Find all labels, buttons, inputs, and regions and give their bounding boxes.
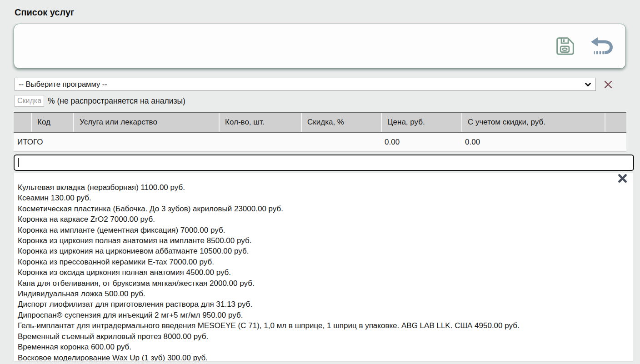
header-cell-quantity: Кол-во, шт. <box>219 113 301 132</box>
close-x-icon <box>618 177 627 184</box>
suggestion-item[interactable]: Индивидуальная ложка 500.00 руб. <box>18 289 624 299</box>
close-suggestions-button[interactable] <box>618 174 627 183</box>
discount-input[interactable] <box>15 95 44 107</box>
suggestion-item[interactable]: Диспорт лиофилизат для приготовления рас… <box>18 299 624 309</box>
suggestion-item[interactable]: Коронка из циркония на циркониевом аббат… <box>18 246 624 256</box>
clear-x-icon <box>604 84 613 90</box>
total-row: ИТОГО 0.00 0.00 <box>14 133 626 152</box>
header-cell-discount: Скидка, % <box>301 113 381 132</box>
header-cell-code: Код <box>31 113 73 132</box>
suggestion-item[interactable]: Коронка на импланте (цементная фиксация)… <box>18 225 624 235</box>
suggestion-item[interactable]: Ксеамин 130.00 руб. <box>18 193 624 203</box>
text-caret <box>18 158 19 167</box>
header-cell-empty-left <box>14 113 31 132</box>
program-select-value: -- Выберите программу -- <box>19 80 585 89</box>
undo-arrow-icon <box>591 51 614 58</box>
header-cell-price: Цена, руб. <box>381 113 461 132</box>
suggestion-item[interactable]: Коронка из оксида циркония полная анатом… <box>18 267 624 278</box>
toolbar-panel <box>14 24 626 69</box>
table-header-row: Код Услуга или лекарство Кол-во, шт. Ски… <box>14 112 626 133</box>
header-cell-discounted-price: С учетом скидки, руб. <box>461 113 605 132</box>
save-floppy-icon <box>555 51 575 58</box>
discount-row: % (не распространяется на анализы) <box>15 95 640 107</box>
suggestions-panel: Культевая вкладка (неразборная) 1100.00 … <box>14 173 633 362</box>
chevron-down-icon <box>585 80 591 89</box>
program-row: -- Выберите программу -- <box>15 78 640 91</box>
save-button[interactable] <box>555 36 575 56</box>
header-cell-service: Услуга или лекарство <box>73 113 219 132</box>
suggestion-item[interactable]: Коронка из циркония полная анатомия на и… <box>18 235 624 246</box>
total-price: 0.00 <box>381 133 461 151</box>
suggestions-list: Культевая вкладка (неразборная) 1100.00 … <box>14 173 633 362</box>
clear-program-button[interactable] <box>604 80 613 89</box>
services-table: Код Услуга или лекарство Кол-во, шт. Ски… <box>14 112 626 152</box>
suggestion-item[interactable]: Коронка из прессованной керамики E-тах 7… <box>18 257 624 267</box>
suggestion-item[interactable]: Косметическая пластинка (Бабочка. До 3 з… <box>18 204 624 214</box>
page-title: Список услуг <box>15 7 640 18</box>
suggestion-item[interactable]: Капа для отбеливания, от бруксизма мягка… <box>18 278 624 289</box>
header-cell-empty-right <box>605 113 626 132</box>
discount-label: % (не распространяется на анализы) <box>48 96 185 106</box>
service-search-wrap <box>14 155 634 171</box>
suggestion-item[interactable]: Коронка на каркасе ZrO2 7000.00 руб. <box>18 214 624 224</box>
suggestion-item[interactable]: Восковое моделирование Wax Up (1 зуб) 30… <box>18 353 624 362</box>
total-label: ИТОГО <box>14 133 219 151</box>
suggestion-item[interactable]: Временный съемный акриловый протез 8000.… <box>18 331 624 342</box>
suggestion-item[interactable]: Дипроспан® суспензия для инъекций 2 мг+5… <box>18 310 624 320</box>
suggestion-item[interactable]: Гель-имплантат для интрадермального введ… <box>18 320 624 331</box>
undo-button[interactable] <box>591 36 614 56</box>
service-search-input[interactable] <box>14 155 634 171</box>
program-select[interactable]: -- Выберите программу -- <box>15 78 596 91</box>
suggestion-item[interactable]: Временная коронка 600.00 руб. <box>18 342 624 352</box>
suggestion-item[interactable]: Культевая вкладка (неразборная) 1100.00 … <box>18 182 624 193</box>
total-discounted: 0.00 <box>461 133 605 151</box>
